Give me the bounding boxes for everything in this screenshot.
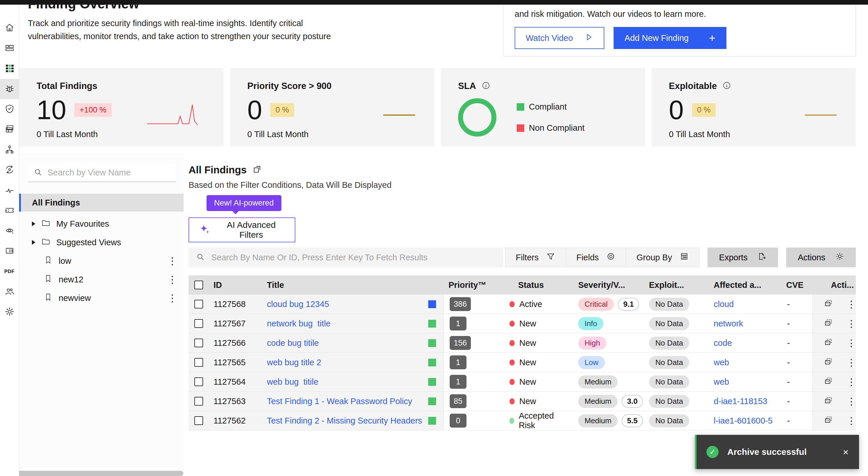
rail-item-hierarchy[interactable] xyxy=(0,140,19,160)
folder-suggested-views[interactable]: Suggested Views xyxy=(19,233,184,251)
table-search-input[interactable] xyxy=(211,253,496,262)
row-checkbox[interactable] xyxy=(194,339,203,347)
affected-asset-link[interactable]: web xyxy=(702,353,773,372)
priority-badge: 1 xyxy=(450,355,466,369)
affected-asset-link[interactable]: d-iae1-118153 xyxy=(702,392,773,411)
row-checkbox[interactable] xyxy=(194,300,203,308)
views-tree: My Favourites Suggested Views low ⋮ new1… xyxy=(19,214,184,307)
row-overflow-menu-icon[interactable]: ⋮ xyxy=(846,358,856,367)
column-header-affected[interactable]: Affected a... xyxy=(702,280,773,290)
rail-item-automation[interactable] xyxy=(0,160,19,180)
clone-icon[interactable] xyxy=(824,318,833,329)
clone-icon[interactable] xyxy=(824,376,833,387)
column-header-severity[interactable]: Severity/V... xyxy=(567,280,643,290)
column-header-priority[interactable]: Priority™ xyxy=(444,280,499,290)
caret-right-icon[interactable] xyxy=(32,240,35,245)
row-checkbox[interactable] xyxy=(194,377,203,386)
row-overflow-menu-icon[interactable]: ⋮ xyxy=(846,377,856,387)
column-header-title[interactable]: Title xyxy=(261,280,444,290)
table-row[interactable]: 1127565 web bug title 2 1 New Low No Dat… xyxy=(189,353,856,372)
table-row[interactable]: 1127568 cloud bug 12345 386 Active Criti… xyxy=(189,295,856,314)
row-overflow-menu-icon[interactable]: ⋮ xyxy=(846,397,856,406)
column-header-actions[interactable]: Acti... xyxy=(812,280,856,290)
finding-title-link[interactable]: network bug title xyxy=(267,319,331,329)
affected-asset-link[interactable]: l-iae1-601600-5 xyxy=(702,411,773,430)
rail-item-dashboard[interactable] xyxy=(0,38,19,59)
finding-title-link[interactable]: web bug title 2 xyxy=(267,358,321,367)
rail-item-settings[interactable] xyxy=(0,302,19,322)
finding-title-link[interactable]: code bug titile xyxy=(267,338,319,348)
rail-item-assets[interactable] xyxy=(0,241,19,262)
fields-button[interactable]: Fields xyxy=(566,248,626,267)
view-search-input[interactable] xyxy=(48,168,170,177)
overflow-menu-icon[interactable]: ⋮ xyxy=(167,293,177,303)
affected-asset-link[interactable]: web xyxy=(702,372,773,392)
column-header-status[interactable]: Status xyxy=(499,280,567,290)
row-checkbox[interactable] xyxy=(194,358,203,367)
non-compliant-swatch xyxy=(517,124,524,132)
rail-item-users[interactable] xyxy=(0,282,19,302)
row-overflow-menu-icon[interactable]: ⋮ xyxy=(846,338,856,348)
exports-button[interactable]: Exports xyxy=(708,247,778,267)
table-row[interactable]: 1127562 Test Finding 2 - Missing Securit… xyxy=(189,411,856,431)
select-all-checkbox[interactable] xyxy=(194,281,203,289)
column-header-exploit[interactable]: Exploit... xyxy=(643,280,702,290)
rail-item-app-grid[interactable] xyxy=(0,59,19,79)
affected-asset-link[interactable]: cloud xyxy=(702,295,773,314)
finding-title-link[interactable]: web bug titile xyxy=(267,377,318,387)
row-checkbox[interactable] xyxy=(194,319,203,328)
finding-title-link[interactable]: Test Finding 1 - Weak Password Policy xyxy=(267,397,412,406)
rail-item-reports[interactable] xyxy=(0,120,19,140)
info-icon[interactable] xyxy=(481,81,491,91)
filters-button[interactable]: Filters xyxy=(505,248,566,267)
clone-icon[interactable] xyxy=(824,298,833,310)
findings-table: ID Title Priority™ Status Severity/V... … xyxy=(189,275,856,431)
row-overflow-menu-icon[interactable]: ⋮ xyxy=(846,319,856,329)
finding-title-link[interactable]: Test Finding 2 - Missing Security Header… xyxy=(267,416,422,426)
view-item-all-findings[interactable]: All Findings xyxy=(19,194,184,212)
overflow-menu-icon[interactable]: ⋮ xyxy=(167,275,177,284)
table-row[interactable]: 1127566 code bug titile 156 New High No … xyxy=(189,333,856,353)
view-item-new12[interactable]: new12 ⋮ xyxy=(19,270,184,289)
clone-icon[interactable] xyxy=(824,396,833,407)
horizontal-scrollbar[interactable] xyxy=(9,471,183,476)
finding-title-link[interactable]: cloud bug 12345 xyxy=(267,300,329,309)
ai-advanced-filters-button[interactable]: AI Advanced Filters xyxy=(189,217,295,242)
table-header-row: ID Title Priority™ Status Severity/V... … xyxy=(189,275,856,295)
row-checkbox[interactable] xyxy=(194,397,203,406)
caret-right-icon[interactable] xyxy=(32,222,35,226)
clone-icon[interactable] xyxy=(824,415,833,427)
overflow-menu-icon[interactable]: ⋮ xyxy=(167,256,177,266)
row-overflow-menu-icon[interactable]: ⋮ xyxy=(846,300,856,309)
add-new-finding-button[interactable]: Add New Finding + xyxy=(614,27,726,49)
actions-button[interactable]: Actions xyxy=(786,247,856,267)
info-icon[interactable] xyxy=(722,81,731,91)
folder-my-favourites[interactable]: My Favourites xyxy=(19,214,184,233)
toast-close-icon[interactable]: × xyxy=(841,445,850,460)
rail-item-home[interactable] xyxy=(0,18,19,38)
group-by-button[interactable]: Group By xyxy=(626,248,699,267)
affected-asset-link[interactable]: code xyxy=(702,333,773,352)
exploit-badge: No Data xyxy=(649,395,689,408)
table-row[interactable]: 1127567 network bug title 1 New Info No … xyxy=(189,314,856,333)
column-header-cve[interactable]: CVE xyxy=(773,280,812,290)
view-search-box xyxy=(28,164,176,182)
clone-icon[interactable] xyxy=(824,356,833,368)
row-overflow-menu-icon[interactable]: ⋮ xyxy=(846,416,856,426)
rail-item-findings[interactable] xyxy=(0,79,19,99)
row-checkbox[interactable] xyxy=(194,416,203,425)
rail-item-privacy[interactable] xyxy=(0,221,19,241)
rail-item-tickets[interactable] xyxy=(0,201,19,221)
rail-item-pdf[interactable]: PDF xyxy=(0,262,19,282)
rail-item-compliance[interactable] xyxy=(0,99,19,120)
table-row[interactable]: 1127563 Test Finding 1 - Weak Password P… xyxy=(189,392,856,411)
clone-icon[interactable] xyxy=(824,337,833,349)
column-header-id[interactable]: ID xyxy=(209,280,261,290)
watch-video-button[interactable]: Watch Video xyxy=(515,27,604,49)
view-item-newview[interactable]: newview ⋮ xyxy=(19,289,184,307)
view-item-low[interactable]: low ⋮ xyxy=(19,251,184,270)
table-row[interactable]: 1127564 web bug titile 1 New Medium No D… xyxy=(189,372,856,392)
affected-asset-link[interactable]: network xyxy=(702,314,773,333)
popout-icon[interactable] xyxy=(252,165,262,175)
rail-item-activity[interactable] xyxy=(0,180,19,201)
